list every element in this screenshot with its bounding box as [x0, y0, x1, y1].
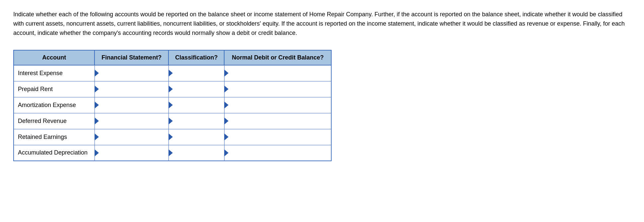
arrow-icon: [225, 70, 228, 76]
financial-statement-cell[interactable]: [95, 65, 168, 81]
account-cell: Retained Earnings: [14, 129, 95, 145]
normal-balance-cell[interactable]: [224, 129, 331, 145]
arrow-icon: [169, 86, 173, 92]
table-row: Prepaid Rent: [14, 81, 331, 97]
account-cell: Deferred Revenue: [14, 113, 95, 129]
financial-statement-cell[interactable]: [95, 113, 168, 129]
classification-cell[interactable]: [168, 129, 224, 145]
normal-balance-cell[interactable]: [224, 81, 331, 97]
classification-cell[interactable]: [168, 81, 224, 97]
table-row: Interest Expense: [14, 65, 331, 81]
normal-balance-cell[interactable]: [224, 113, 331, 129]
normal-balance-cell[interactable]: [224, 97, 331, 113]
arrow-icon: [95, 150, 99, 156]
arrow-icon: [95, 86, 99, 92]
account-cell: Prepaid Rent: [14, 81, 95, 97]
arrow-icon: [95, 118, 99, 124]
arrow-icon: [95, 70, 99, 76]
normal-balance-cell[interactable]: [224, 145, 331, 161]
classification-cell[interactable]: [168, 65, 224, 81]
arrow-icon: [225, 118, 228, 124]
account-cell: Interest Expense: [14, 65, 95, 81]
table-row: Accumulated Depreciation: [14, 145, 331, 161]
arrow-icon: [95, 134, 99, 140]
col-header-normal-balance: Normal Debit or Credit Balance?: [224, 50, 331, 65]
table-row: Retained Earnings: [14, 129, 331, 145]
arrow-icon: [169, 70, 173, 76]
table-row: Deferred Revenue: [14, 113, 331, 129]
arrow-icon: [169, 150, 173, 156]
arrow-icon: [169, 102, 173, 108]
arrow-icon: [225, 86, 228, 92]
classification-cell[interactable]: [168, 145, 224, 161]
financial-statement-cell[interactable]: [95, 129, 168, 145]
arrow-icon: [169, 118, 173, 124]
account-cell: Accumulated Depreciation: [14, 145, 95, 161]
arrow-icon: [225, 134, 228, 140]
instructions-text: Indicate whether each of the following a…: [13, 10, 630, 38]
table-wrapper: Account Financial Statement? Classificat…: [13, 50, 631, 161]
financial-statement-cell[interactable]: [95, 81, 168, 97]
col-header-financial-statement: Financial Statement?: [95, 50, 168, 65]
table-row: Amortization Expense: [14, 97, 331, 113]
arrow-icon: [225, 150, 228, 156]
arrow-icon: [169, 134, 173, 140]
accounts-table: Account Financial Statement? Classificat…: [13, 50, 332, 161]
financial-statement-cell[interactable]: [95, 97, 168, 113]
classification-cell[interactable]: [168, 113, 224, 129]
normal-balance-cell[interactable]: [224, 65, 331, 81]
arrow-icon: [95, 102, 99, 108]
table-header-row: Account Financial Statement? Classificat…: [14, 50, 331, 65]
col-header-classification: Classification?: [168, 50, 224, 65]
financial-statement-cell[interactable]: [95, 145, 168, 161]
col-header-account: Account: [14, 50, 95, 65]
arrow-icon: [225, 102, 228, 108]
account-cell: Amortization Expense: [14, 97, 95, 113]
classification-cell[interactable]: [168, 97, 224, 113]
